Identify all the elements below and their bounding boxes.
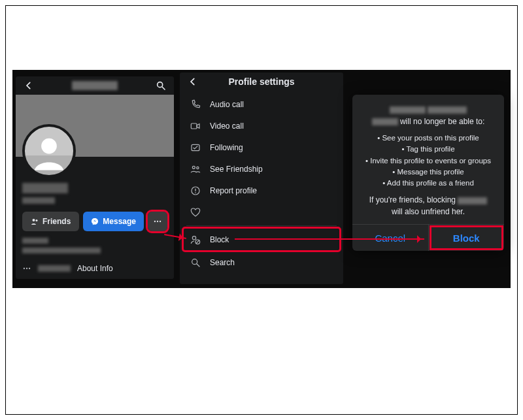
avatar[interactable]: [22, 124, 76, 178]
settings-item-label: Video call: [210, 121, 244, 131]
heart-icon: [189, 206, 202, 219]
settings-item-label: Search: [210, 258, 235, 267]
svg-point-18: [195, 192, 196, 193]
profile-header: [16, 76, 174, 95]
message-button-label: Message: [103, 217, 136, 226]
dialog-bullet: Tag this profile: [406, 145, 454, 153]
message-button[interactable]: Message: [83, 212, 144, 231]
divider: [186, 225, 337, 226]
block-button[interactable]: Block: [429, 225, 505, 251]
friends-icon: [31, 218, 39, 225]
profile-settings-panel: Profile settings Audio call Video call F…: [180, 73, 343, 284]
settings-item-see-friendship[interactable]: See Friendship: [180, 158, 343, 180]
dialog-bullet: Add this profile as a friend: [387, 179, 474, 187]
search-icon: [189, 256, 202, 269]
dialog-footer: Cancel Block: [352, 224, 504, 251]
svg-line-1: [162, 87, 165, 89]
svg-point-9: [24, 268, 25, 269]
profile-sub-line-redacted: [22, 197, 55, 204]
svg-point-10: [26, 268, 27, 269]
svg-point-4: [35, 219, 37, 221]
ellipsis-icon: [22, 264, 31, 273]
friends-button[interactable]: Friends: [22, 212, 79, 231]
back-button[interactable]: [21, 78, 37, 93]
people-icon: [189, 163, 202, 176]
profile-action-row: Friends Message: [22, 212, 167, 231]
search-icon: [156, 80, 166, 91]
settings-list: Audio call Video call Following See Frie…: [180, 91, 343, 276]
block-confirm-dialog: will no longer be able to: • See your po…: [352, 95, 504, 251]
settings-item-search[interactable]: Search: [180, 251, 343, 273]
ellipsis-icon: [153, 217, 162, 226]
dialog-body: will no longer be able to: • See your po…: [352, 95, 504, 224]
chevron-left-icon: [188, 77, 197, 86]
svg-point-11: [29, 268, 30, 269]
profile-detail-redacted-2: [22, 248, 101, 253]
dialog-foot-prefix: If you're friends, blocking: [369, 195, 458, 204]
settings-item-label: Block: [210, 235, 229, 244]
profile-panel: Friends Message About Info: [16, 76, 174, 279]
profile-detail-redacted-1: [22, 238, 48, 244]
svg-point-8: [160, 221, 161, 222]
about-label: About Info: [77, 264, 113, 273]
settings-item-label: Audio call: [210, 100, 244, 109]
dialog-foot-suffix: will also unfriend her.: [392, 207, 465, 216]
block-icon: [189, 233, 202, 246]
settings-header: Profile settings: [180, 73, 343, 91]
avatar-placeholder-icon: [25, 127, 73, 175]
annotation-arrow-2: [235, 238, 424, 240]
settings-item-label: Report profile: [210, 186, 257, 195]
svg-line-23: [197, 264, 199, 267]
svg-point-3: [32, 219, 35, 221]
dark-stage: Friends Message About Info: [12, 70, 511, 288]
settings-item-favorite[interactable]: [180, 201, 343, 223]
svg-point-6: [154, 221, 156, 222]
dialog-bullets: • See your posts on this profile • Tag t…: [360, 133, 496, 189]
svg-point-22: [192, 259, 197, 264]
svg-point-19: [192, 236, 195, 239]
svg-point-15: [197, 167, 199, 169]
video-icon: [189, 120, 202, 133]
profile-name-redacted: [72, 81, 118, 90]
settings-item-following[interactable]: Following: [180, 137, 343, 158]
settings-item-label: Following: [210, 143, 243, 152]
dialog-lead-suffix: will no longer be able to:: [400, 117, 484, 126]
phone-icon: [189, 98, 202, 111]
chevron-left-icon: [24, 81, 33, 90]
screenshot-frame: Friends Message About Info: [5, 5, 518, 415]
settings-item-video-call[interactable]: Video call: [180, 115, 343, 137]
dialog-name-redacted-2: [428, 106, 467, 114]
about-row: About Info: [22, 264, 167, 273]
search-button[interactable]: [153, 78, 169, 93]
svg-point-2: [41, 138, 57, 154]
svg-rect-12: [191, 123, 197, 129]
block-button-label: Block: [453, 233, 480, 244]
svg-line-21: [196, 240, 199, 244]
settings-back-button[interactable]: [185, 74, 201, 89]
dialog-name-redacted-4: [458, 197, 487, 204]
settings-item-report-profile[interactable]: Report profile: [180, 180, 343, 201]
dialog-name-redacted-1: [390, 106, 426, 114]
friends-button-label: Friends: [42, 217, 71, 226]
dialog-foot-text: If you're friends, blocking will also un…: [360, 194, 496, 218]
more-button[interactable]: [148, 212, 167, 231]
dialog-name-redacted-3: [372, 118, 398, 125]
settings-item-label: See Friendship: [210, 165, 263, 174]
flag-icon: [189, 184, 202, 197]
svg-point-7: [157, 221, 158, 222]
about-redacted: [38, 265, 71, 272]
svg-point-14: [192, 166, 195, 169]
dialog-bullet: Invite this profile to events or groups: [370, 157, 491, 165]
settings-title: Profile settings: [201, 76, 322, 87]
dialog-bullet: Message this profile: [397, 168, 464, 176]
dialog-bullet: See your posts on this profile: [382, 134, 479, 142]
dialog-lead: will no longer be able to:: [360, 104, 496, 127]
profile-name-line-redacted: [22, 183, 68, 193]
settings-item-audio-call[interactable]: Audio call: [180, 93, 343, 115]
messenger-icon: [91, 218, 99, 225]
cover-photo[interactable]: [16, 95, 174, 157]
following-icon: [189, 141, 202, 154]
